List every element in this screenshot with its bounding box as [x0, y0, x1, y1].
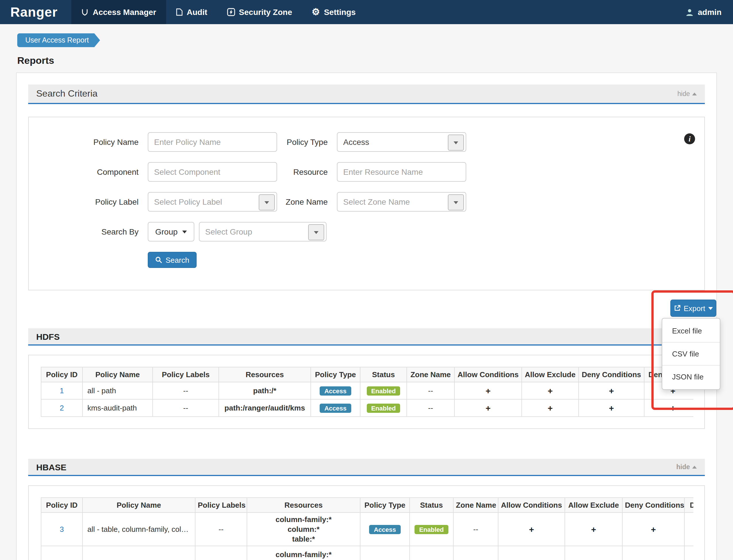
- shield-icon: [81, 8, 89, 16]
- resource-input[interactable]: [337, 162, 466, 182]
- policy-id-link[interactable]: 2: [60, 404, 64, 412]
- column-header-zone-name: Zone Name: [453, 498, 498, 513]
- policy-name-cell: kms-audit-path: [82, 399, 153, 417]
- export-button-label: Export: [684, 304, 705, 312]
- deny-conditions-expand[interactable]: +: [622, 513, 684, 546]
- resources-cell: path:/ranger/audit/kms: [219, 399, 311, 417]
- select-group-select[interactable]: Select Group: [199, 222, 327, 241]
- search-criteria-form: i Policy Name Policy Type Access Compone…: [28, 117, 705, 290]
- policy-name-cell: all - table, column-family, col…: [82, 513, 195, 546]
- nav-label: Security Zone: [239, 7, 292, 17]
- search-criteria-title: Search Criteria: [36, 89, 97, 99]
- deny-conditions-expand[interactable]: +: [579, 399, 644, 417]
- table-row: 1all - path--path:/*AccessEnabled--++++: [41, 382, 693, 399]
- chevron-down-icon: [259, 194, 275, 210]
- hbase-hide-toggle[interactable]: hide: [676, 463, 697, 470]
- nav-settings[interactable]: ⚙ Settings: [302, 0, 365, 24]
- allow-conditions-expand[interactable]: +: [454, 382, 522, 399]
- person-icon: [685, 8, 694, 16]
- column-header-policy-labels: Policy Labels: [195, 498, 247, 513]
- hbase-section-header: HBASE hide: [28, 459, 705, 476]
- brand-logo[interactable]: Ranger: [0, 0, 72, 24]
- column-header-deny-conditions: Deny Conditions: [622, 498, 684, 513]
- export-button[interactable]: Export: [670, 300, 716, 317]
- policy-label-select[interactable]: Select Policy Label: [148, 192, 277, 212]
- policy-id-link[interactable]: 3: [60, 525, 64, 534]
- column-header-policy-type: Policy Type: [360, 498, 410, 513]
- resource-line: path:/ranger/audit/kms: [221, 403, 308, 413]
- nav-label: Audit: [187, 7, 208, 17]
- gear-icon: ⚙: [312, 7, 320, 17]
- allow-exclude-expand: [565, 546, 622, 560]
- box-arrow-icon: [674, 305, 681, 312]
- form-row: Policy Name Policy Type Access: [29, 132, 704, 152]
- form-row: Component Resource: [29, 162, 704, 182]
- menu-item-excel-file[interactable]: Excel file: [662, 320, 720, 342]
- resource-line: path:/*: [221, 386, 308, 396]
- form-row: Policy Label Select Policy Label Zone Na…: [29, 192, 704, 212]
- status-cell: Enabled: [410, 513, 453, 546]
- document-icon: [176, 8, 183, 16]
- column-header-policy-name: Policy Name: [82, 367, 153, 382]
- nav-audit[interactable]: Audit: [166, 0, 217, 24]
- nav-access-manager[interactable]: Access Manager: [72, 0, 166, 24]
- column-header-status: Status: [360, 367, 407, 382]
- allow-conditions-expand[interactable]: +: [498, 513, 565, 546]
- allow-conditions-expand[interactable]: +: [454, 399, 522, 417]
- search-by-selector-button[interactable]: Group: [148, 222, 194, 241]
- policy-name-cell: [82, 546, 195, 560]
- deny-conditions-expand: [622, 546, 684, 560]
- magnifier-icon: [155, 256, 162, 263]
- breadcrumb-user-access-report[interactable]: User Access Report: [17, 33, 95, 47]
- column-header-policy-name: Policy Name: [82, 498, 195, 513]
- column-header-policy-id: Policy ID: [41, 367, 82, 382]
- column-header-resources: Resources: [219, 367, 311, 382]
- deny-conditions-expand[interactable]: +: [579, 382, 644, 399]
- deny-exclude-expand: [684, 546, 693, 560]
- policy-type-select[interactable]: Access: [337, 132, 466, 152]
- lightning-square-icon: [227, 8, 235, 16]
- user-menu[interactable]: admin: [674, 0, 733, 24]
- policy-type-cell: Access: [311, 382, 360, 399]
- info-icon[interactable]: i: [684, 133, 695, 144]
- policy-type-cell: Access: [311, 399, 360, 417]
- hide-label: hide: [676, 463, 690, 470]
- menu-item-json-file[interactable]: JSON file: [662, 365, 720, 388]
- column-header-allow-exclude: Allow Exclude: [565, 498, 622, 513]
- column-header-deny-exclude: Deny Exclude: [684, 498, 693, 513]
- hdfs-section-title: HDFS: [36, 331, 60, 341]
- allow-exclude-expand[interactable]: +: [522, 382, 579, 399]
- caret-down-icon: [182, 230, 187, 233]
- chevron-down-icon: [308, 224, 324, 240]
- resources-cell: column-family:*column:*table:*: [247, 513, 360, 546]
- zone-name-select[interactable]: Select Zone Name: [337, 192, 466, 212]
- search-button[interactable]: Search: [148, 252, 197, 268]
- allow-exclude-expand[interactable]: +: [522, 399, 579, 417]
- hbase-section-panel: Policy IDPolicy NamePolicy LabelsResourc…: [28, 485, 705, 560]
- column-header-allow-conditions: Allow Conditions: [454, 367, 522, 382]
- allow-exclude-expand[interactable]: +: [565, 513, 622, 546]
- hbase-policies-table: Policy IDPolicy NamePolicy LabelsResourc…: [41, 497, 693, 560]
- search-by-label: Search By: [29, 227, 148, 236]
- nav-security-zone[interactable]: Security Zone: [217, 0, 302, 24]
- policy-type-value: Access: [343, 137, 369, 147]
- hdfs-section-header: HDFS: [28, 328, 705, 346]
- caret-down-icon: [708, 307, 713, 310]
- policy-id-link[interactable]: 1: [60, 386, 64, 395]
- menu-item-csv-file[interactable]: CSV file: [662, 342, 720, 365]
- policy-type-cell: Access: [360, 513, 410, 546]
- policy-labels-cell: --: [153, 382, 219, 399]
- search-button-label: Search: [166, 256, 189, 264]
- policy-id-cell: [41, 546, 82, 560]
- search-criteria-hide-toggle[interactable]: hide: [678, 90, 697, 97]
- page-title: Reports: [17, 55, 733, 67]
- zone-name-cell: [453, 546, 498, 560]
- table-header-row: Policy IDPolicy NamePolicy LabelsResourc…: [41, 367, 693, 382]
- deny-exclude-expand[interactable]: +: [684, 513, 693, 546]
- table-row: 3all - table, column-family, col…--colum…: [41, 513, 693, 546]
- component-input[interactable]: [148, 162, 277, 182]
- chevron-down-icon: [448, 194, 464, 210]
- deny-exclude-expand[interactable]: +: [644, 399, 693, 417]
- form-row: Search By Group Select Group: [29, 222, 704, 241]
- policy-name-input[interactable]: [148, 132, 277, 152]
